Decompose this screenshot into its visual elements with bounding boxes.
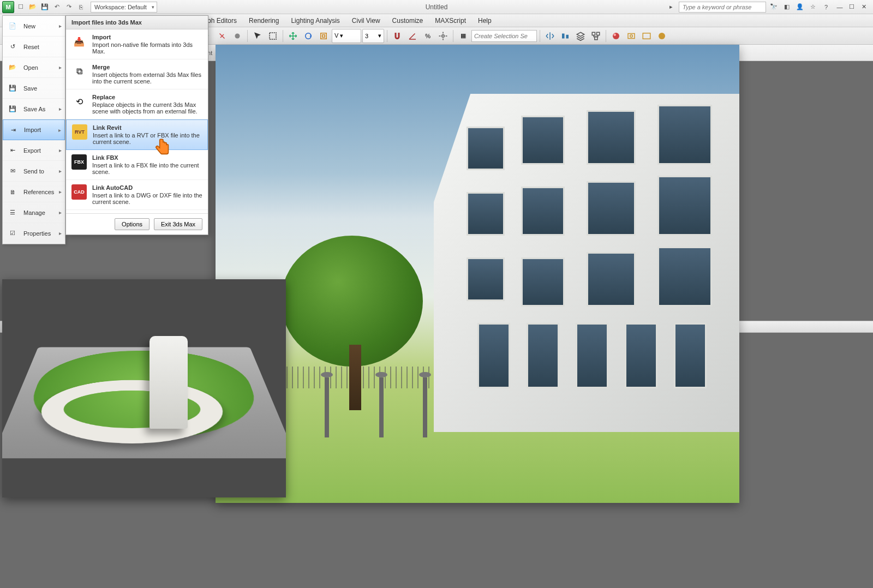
selection-set-input[interactable] <box>471 30 537 42</box>
render-building <box>434 94 739 432</box>
svg-point-0 <box>235 33 240 38</box>
mirror-tool-icon[interactable] <box>543 29 557 43</box>
exit-button[interactable]: Exit 3ds Max <box>154 218 202 230</box>
app-icon[interactable]: M <box>2 1 14 13</box>
coordinate-dropdown[interactable]: V ▾ <box>332 29 361 43</box>
manage-icon: ☰ <box>6 206 19 219</box>
svg-rect-12 <box>628 33 635 38</box>
appmenu-reset[interactable]: ↺ Reset <box>3 37 65 57</box>
file-new-icon: 📄 <box>6 20 19 33</box>
svg-rect-3 <box>321 33 327 39</box>
appmenu-references[interactable]: 🗎 References▸ <box>3 182 65 202</box>
appmenu-label: Save <box>23 85 37 92</box>
align-tool-icon[interactable] <box>558 29 572 43</box>
axis-dropdown[interactable]: 3▾ <box>362 29 384 43</box>
fbx-icon: FBX <box>71 154 87 170</box>
render-setup-icon[interactable] <box>624 29 638 43</box>
search-input[interactable] <box>679 2 766 13</box>
menu-civil-view[interactable]: Civil View <box>346 15 386 27</box>
save-icon: 💾 <box>6 82 19 95</box>
appmenu-import[interactable]: ⇥ Import▸ <box>3 119 65 140</box>
appmenu-label: Reset <box>23 44 39 50</box>
percent-snap-icon[interactable]: % <box>421 29 435 43</box>
qat-new-icon[interactable]: ☐ <box>15 2 26 13</box>
info-arrow-icon[interactable]: ▸ <box>666 2 677 13</box>
appmenu-label: Export <box>23 147 41 154</box>
select-rect-tool-icon[interactable] <box>266 29 280 43</box>
bind-tool-icon[interactable] <box>230 29 244 43</box>
minimize-button[interactable]: — <box>834 2 846 12</box>
application-menu: 📄 New▸ ↺ Reset 📂 Open▸ 💾 Save 💾 Save As▸… <box>2 15 65 244</box>
render-lamp <box>325 377 329 437</box>
appmenu-label: New <box>23 23 35 29</box>
qat-save-icon[interactable]: 💾 <box>39 2 50 13</box>
layers-tool-icon[interactable] <box>573 29 588 43</box>
svg-point-2 <box>306 33 312 39</box>
submenu-replace[interactable]: ⟲ ReplaceReplace objects in the current … <box>66 89 208 119</box>
document-title: Untitled <box>426 3 448 11</box>
quick-access-toolbar: M ☐ 📂 💾 ↶ ↷ ⎘ Workspace: Default <box>2 1 157 13</box>
toolbar-separator <box>387 30 387 42</box>
appmenu-send-to[interactable]: ✉ Send to▸ <box>3 161 65 182</box>
menu-maxscript[interactable]: MAXScript <box>429 15 471 27</box>
scale-tool-icon[interactable] <box>316 29 331 43</box>
toolbar-separator <box>283 30 283 42</box>
star-icon[interactable]: ☆ <box>808 2 818 13</box>
appmenu-properties[interactable]: ☑ Properties▸ <box>3 223 65 244</box>
close-button[interactable]: ✕ <box>858 2 870 12</box>
menu-help[interactable]: Help <box>473 15 497 27</box>
appmenu-manage[interactable]: ☰ Manage▸ <box>3 202 65 223</box>
appmenu-new[interactable]: 📄 New▸ <box>3 16 65 37</box>
cube-icon[interactable]: ◧ <box>781 2 792 13</box>
appmenu-label: Properties <box>23 230 51 237</box>
merge-icon: ⧉ <box>71 64 87 79</box>
submenu-title: Merge <box>92 64 202 70</box>
render-frame-icon[interactable] <box>639 29 654 43</box>
qat-redo-icon[interactable]: ↷ <box>63 2 74 13</box>
rotate-tool-icon[interactable] <box>301 29 315 43</box>
submenu-link-fbx[interactable]: FBX Link FBXInsert a link to a FBX file … <box>66 150 208 180</box>
qat-link-icon[interactable]: ⎘ <box>75 2 86 13</box>
named-sets-icon[interactable]: ▦ <box>456 29 470 43</box>
maximize-button[interactable]: ☐ <box>846 2 858 12</box>
references-icon: 🗎 <box>6 185 19 199</box>
person-icon[interactable]: 👤 <box>794 2 805 13</box>
qat-undo-icon[interactable]: ↶ <box>51 2 62 13</box>
submenu-footer: Options Exit 3ds Max <box>66 213 208 230</box>
menu-rendering[interactable]: Rendering <box>243 15 284 27</box>
spinner-snap-icon[interactable] <box>436 29 450 43</box>
menu-customize[interactable]: Customize <box>387 15 429 27</box>
move-tool-icon[interactable] <box>286 29 300 43</box>
select-tool-icon[interactable] <box>250 29 265 43</box>
schematic-view-icon[interactable] <box>589 29 603 43</box>
qat-open-icon[interactable]: 📂 <box>27 2 38 13</box>
appmenu-label: Open <box>23 64 38 71</box>
options-button[interactable]: Options <box>115 218 150 230</box>
autocad-icon: CAD <box>71 184 87 200</box>
title-bar: M ☐ 📂 💾 ↶ ↷ ⎘ Workspace: Default Untitle… <box>0 0 873 14</box>
appmenu-save-as[interactable]: 💾 Save As▸ <box>3 99 65 119</box>
svg-point-13 <box>630 34 633 37</box>
workspace-dropdown[interactable]: Workspace: Default <box>91 2 157 13</box>
material-editor-icon[interactable] <box>609 29 623 43</box>
appmenu-save[interactable]: 💾 Save <box>3 78 65 99</box>
submenu-link-revit[interactable]: RVT Link RevitInsert a link to a RVT or … <box>66 119 208 150</box>
help-icon[interactable]: ? <box>821 2 832 13</box>
submenu-desc: Replace objects in the current 3ds Max s… <box>92 101 198 115</box>
render-lamp <box>423 377 427 437</box>
appmenu-export[interactable]: ⇤ Export▸ <box>3 140 65 161</box>
menu-lighting-analysis[interactable]: Lighting Analysis <box>285 15 345 27</box>
render-button-icon[interactable] <box>655 29 669 43</box>
save-as-icon: 💾 <box>6 103 19 116</box>
appmenu-label: Send to <box>23 168 44 175</box>
appmenu-open[interactable]: 📂 Open▸ <box>3 57 65 78</box>
submenu-merge[interactable]: ⧉ MergeInsert objects from external 3ds … <box>66 59 208 89</box>
angle-snap-icon[interactable] <box>405 29 420 43</box>
render-preview-thumb <box>2 279 286 497</box>
submenu-link-autocad[interactable]: CAD Link AutoCADInsert a link to a DWG o… <box>66 180 208 210</box>
appmenu-label: Import <box>24 127 41 133</box>
binoculars-icon[interactable]: 🔭 <box>768 2 779 13</box>
unlink-tool-icon[interactable] <box>215 29 229 43</box>
submenu-import[interactable]: 📥 ImportImport non-native file formats i… <box>66 29 208 59</box>
snap-toggle-icon[interactable] <box>390 29 404 43</box>
